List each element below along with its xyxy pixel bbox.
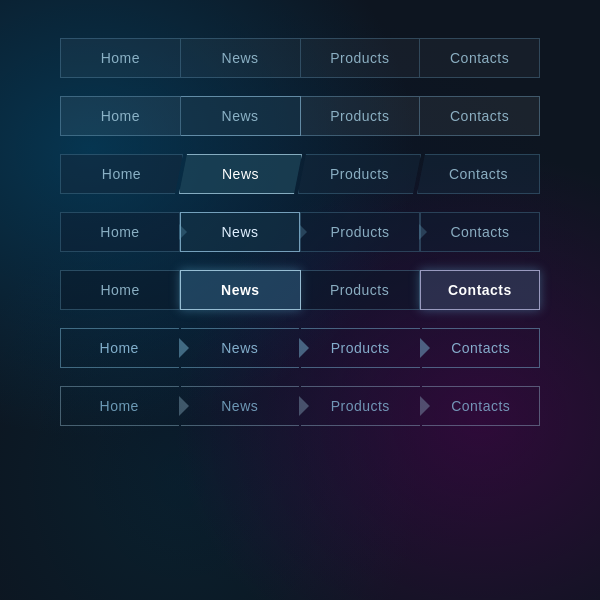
navbar-2: HomeNewsProductsContacts bbox=[60, 96, 540, 136]
nav-item-news[interactable]: News bbox=[179, 154, 302, 194]
navbar-1: HomeNewsProductsContacts bbox=[60, 38, 540, 78]
nav-item-home[interactable]: Home bbox=[60, 270, 180, 310]
nav-item-news[interactable]: News bbox=[181, 38, 301, 78]
nav-item-products[interactable]: Products bbox=[301, 96, 421, 136]
navbar-3: HomeNewsProductsContacts bbox=[60, 154, 540, 194]
nav-item-news[interactable]: News bbox=[181, 386, 300, 426]
nav-item-news[interactable]: News bbox=[180, 212, 300, 252]
nav-item-home[interactable]: Home bbox=[60, 154, 183, 194]
nav-item-products[interactable]: Products bbox=[301, 38, 421, 78]
nav-item-news[interactable]: News bbox=[181, 96, 301, 136]
nav-item-home[interactable]: Home bbox=[60, 38, 181, 78]
nav-item-products[interactable]: Products bbox=[301, 386, 420, 426]
nav-item-news[interactable]: News bbox=[180, 270, 300, 310]
nav-item-contacts[interactable]: Contacts bbox=[420, 212, 540, 252]
navbar-6: HomeNewsProductsContacts bbox=[60, 328, 540, 368]
nav-item-products[interactable]: Products bbox=[301, 270, 420, 310]
nav-item-contacts[interactable]: Contacts bbox=[420, 38, 540, 78]
navbars-container: HomeNewsProductsContactsHomeNewsProducts… bbox=[0, 0, 600, 444]
nav-item-home[interactable]: Home bbox=[60, 386, 179, 426]
nav-item-contacts[interactable]: Contacts bbox=[422, 386, 541, 426]
nav-item-home[interactable]: Home bbox=[60, 96, 181, 136]
nav-item-products[interactable]: Products bbox=[300, 212, 420, 252]
nav-item-news[interactable]: News bbox=[181, 328, 300, 368]
nav-item-home[interactable]: Home bbox=[60, 328, 179, 368]
nav-item-contacts[interactable]: Contacts bbox=[420, 96, 540, 136]
nav-item-contacts[interactable]: Contacts bbox=[417, 154, 540, 194]
navbar-4: HomeNewsProductsContacts bbox=[60, 212, 540, 252]
navbar-5: HomeNewsProductsContacts bbox=[60, 270, 540, 310]
nav-item-home[interactable]: Home bbox=[60, 212, 180, 252]
nav-item-contacts[interactable]: Contacts bbox=[422, 328, 541, 368]
nav-item-products[interactable]: Products bbox=[301, 328, 420, 368]
nav-item-products[interactable]: Products bbox=[298, 154, 421, 194]
nav-item-contacts[interactable]: Contacts bbox=[420, 270, 540, 310]
navbar-7: HomeNewsProductsContacts bbox=[60, 386, 540, 426]
